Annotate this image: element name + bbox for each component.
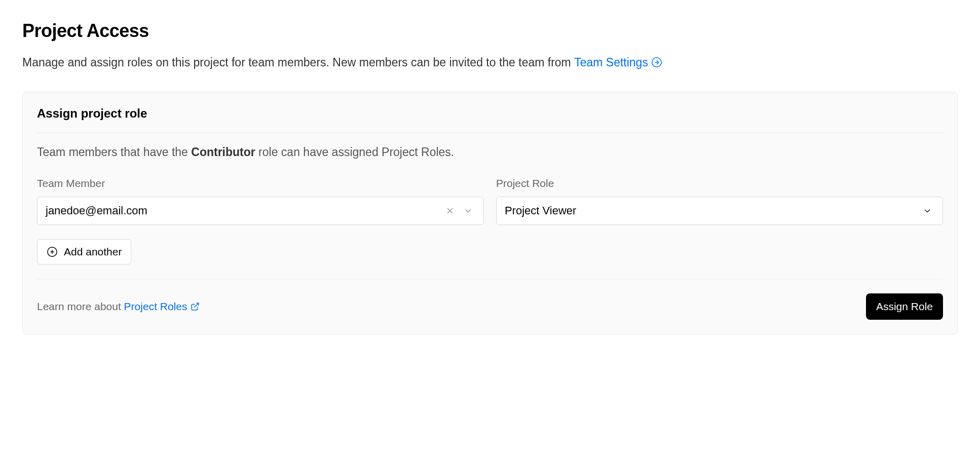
- clear-icon[interactable]: [443, 204, 457, 218]
- chevron-down-icon[interactable]: [461, 204, 475, 218]
- card-title: Assign project role: [37, 106, 943, 133]
- project-role-select[interactable]: Project Viewer: [496, 197, 943, 225]
- chevron-down-icon: [920, 204, 934, 218]
- team-settings-link[interactable]: Team Settings: [574, 54, 662, 71]
- team-settings-link-text: Team Settings: [574, 54, 648, 71]
- project-role-column: Project Role Project Viewer: [496, 177, 943, 225]
- footer-prefix: Learn more about: [37, 300, 124, 312]
- arrow-right-circle-icon: [651, 57, 662, 68]
- project-roles-link[interactable]: Project Roles: [124, 300, 200, 313]
- plus-circle-icon: [47, 246, 58, 257]
- team-member-input[interactable]: janedoe@email.com: [37, 197, 484, 225]
- team-member-value: janedoe@email.com: [46, 204, 439, 217]
- card-footer: Learn more about Project Roles Assign Ro…: [37, 279, 943, 320]
- add-another-label: Add another: [64, 246, 122, 258]
- add-another-button[interactable]: Add another: [37, 239, 131, 265]
- footer-text: Learn more about Project Roles: [37, 300, 200, 313]
- subtitle-strong: Contributor: [191, 145, 255, 159]
- project-role-value: Project Viewer: [505, 204, 916, 217]
- card-subtitle: Team members that have the Contributor r…: [37, 145, 943, 159]
- team-member-label: Team Member: [37, 177, 484, 190]
- subtitle-suffix: role can have assigned Project Roles.: [255, 145, 455, 159]
- project-roles-link-text: Project Roles: [124, 300, 187, 313]
- page-title: Project Access: [22, 20, 958, 42]
- external-link-icon: [191, 302, 200, 311]
- page-description: Manage and assign roles on this project …: [22, 54, 958, 71]
- assign-role-card: Assign project role Team members that ha…: [22, 92, 958, 334]
- subtitle-prefix: Team members that have the: [37, 145, 191, 159]
- assign-role-button[interactable]: Assign Role: [866, 293, 943, 320]
- project-role-label: Project Role: [496, 177, 943, 190]
- team-member-column: Team Member janedoe@email.com: [37, 177, 484, 225]
- description-text: Manage and assign roles on this project …: [22, 56, 574, 69]
- form-row: Team Member janedoe@email.com Project Ro…: [37, 177, 943, 225]
